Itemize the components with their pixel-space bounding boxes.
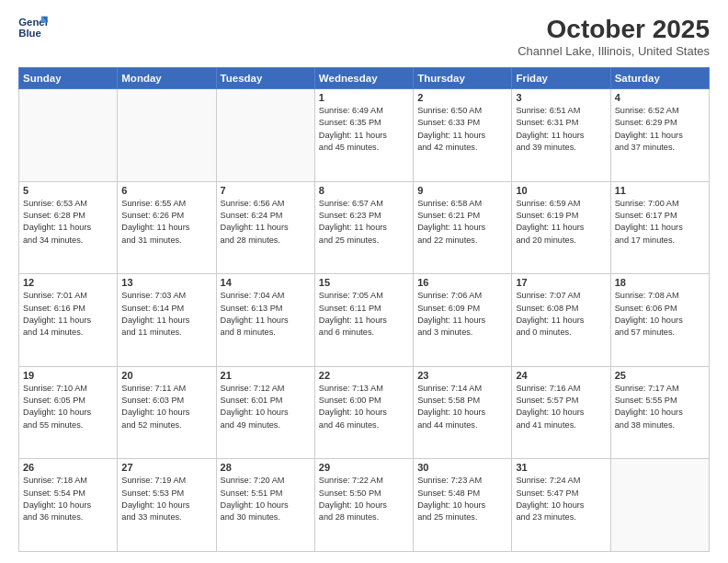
svg-text:Blue: Blue [18, 28, 41, 39]
calendar-cell: 24Sunrise: 7:16 AM Sunset: 5:57 PM Dayli… [512, 366, 610, 459]
calendar-cell: 25Sunrise: 7:17 AM Sunset: 5:55 PM Dayli… [610, 366, 709, 459]
day-info: Sunrise: 7:13 AM Sunset: 6:00 PM Dayligh… [319, 383, 409, 431]
day-number: 19 [23, 370, 113, 381]
logo: General Blue [18, 15, 48, 40]
day-info: Sunrise: 7:06 AM Sunset: 6:09 PM Dayligh… [417, 290, 507, 339]
calendar-cell [19, 89, 118, 182]
day-number: 31 [516, 462, 606, 473]
day-info: Sunrise: 7:01 AM Sunset: 6:16 PM Dayligh… [23, 290, 113, 339]
calendar-table: SundayMondayTuesdayWednesdayThursdayFrid… [18, 67, 710, 552]
calendar-cell: 19Sunrise: 7:10 AM Sunset: 6:05 PM Dayli… [19, 366, 118, 459]
day-info: Sunrise: 6:55 AM Sunset: 6:26 PM Dayligh… [121, 198, 211, 247]
calendar-cell: 14Sunrise: 7:04 AM Sunset: 6:13 PM Dayli… [216, 274, 314, 367]
day-number: 8 [319, 185, 409, 196]
day-info: Sunrise: 7:18 AM Sunset: 5:54 PM Dayligh… [23, 475, 113, 523]
day-info: Sunrise: 7:12 AM Sunset: 6:01 PM Dayligh… [221, 383, 311, 431]
calendar-cell: 18Sunrise: 7:08 AM Sunset: 6:06 PM Dayli… [610, 274, 709, 367]
day-number: 26 [23, 462, 113, 473]
day-number: 6 [121, 185, 211, 196]
day-number: 22 [319, 370, 409, 381]
calendar-cell: 7Sunrise: 6:56 AM Sunset: 6:24 PM Daylig… [216, 181, 314, 274]
calendar-cell: 17Sunrise: 7:07 AM Sunset: 6:08 PM Dayli… [512, 274, 610, 367]
calendar-cell: 10Sunrise: 6:59 AM Sunset: 6:19 PM Dayli… [512, 181, 610, 274]
day-info: Sunrise: 7:05 AM Sunset: 6:11 PM Dayligh… [319, 290, 409, 339]
day-number: 7 [221, 185, 311, 196]
day-number: 15 [319, 277, 409, 288]
calendar-cell [118, 89, 216, 182]
calendar-cell: 16Sunrise: 7:06 AM Sunset: 6:09 PM Dayli… [414, 274, 512, 367]
calendar-cell: 13Sunrise: 7:03 AM Sunset: 6:14 PM Dayli… [118, 274, 216, 367]
calendar-cell: 12Sunrise: 7:01 AM Sunset: 6:16 PM Dayli… [19, 274, 118, 367]
weekday-header-row: SundayMondayTuesdayWednesdayThursdayFrid… [19, 68, 710, 89]
weekday-header-saturday: Saturday [610, 68, 709, 89]
day-number: 23 [417, 370, 507, 381]
day-number: 14 [221, 277, 311, 288]
weekday-header-wednesday: Wednesday [314, 68, 413, 89]
day-info: Sunrise: 7:14 AM Sunset: 5:58 PM Dayligh… [417, 383, 507, 431]
day-info: Sunrise: 6:58 AM Sunset: 6:21 PM Dayligh… [417, 198, 507, 247]
day-number: 10 [516, 185, 606, 196]
day-number: 18 [615, 277, 705, 288]
day-info: Sunrise: 7:22 AM Sunset: 5:50 PM Dayligh… [319, 475, 409, 523]
day-info: Sunrise: 7:24 AM Sunset: 5:47 PM Dayligh… [516, 475, 606, 523]
page: General Blue October 2025 Channel Lake, … [0, 0, 728, 563]
day-info: Sunrise: 7:19 AM Sunset: 5:53 PM Dayligh… [121, 475, 211, 523]
day-info: Sunrise: 7:04 AM Sunset: 6:13 PM Dayligh… [221, 290, 311, 339]
day-number: 17 [516, 277, 606, 288]
calendar-cell: 22Sunrise: 7:13 AM Sunset: 6:00 PM Dayli… [314, 366, 413, 459]
day-info: Sunrise: 7:17 AM Sunset: 5:55 PM Dayligh… [615, 383, 705, 431]
calendar-cell: 2Sunrise: 6:50 AM Sunset: 6:33 PM Daylig… [414, 89, 512, 182]
day-number: 21 [221, 370, 311, 381]
calendar-cell: 3Sunrise: 6:51 AM Sunset: 6:31 PM Daylig… [512, 89, 610, 182]
weekday-header-sunday: Sunday [19, 68, 118, 89]
day-number: 2 [417, 92, 507, 103]
day-info: Sunrise: 7:10 AM Sunset: 6:05 PM Dayligh… [23, 383, 113, 431]
day-info: Sunrise: 7:20 AM Sunset: 5:51 PM Dayligh… [221, 475, 311, 523]
day-info: Sunrise: 7:23 AM Sunset: 5:48 PM Dayligh… [417, 475, 507, 523]
calendar-cell: 21Sunrise: 7:12 AM Sunset: 6:01 PM Dayli… [216, 366, 314, 459]
day-info: Sunrise: 7:11 AM Sunset: 6:03 PM Dayligh… [121, 383, 211, 431]
weekday-header-friday: Friday [512, 68, 610, 89]
calendar-cell: 5Sunrise: 6:53 AM Sunset: 6:28 PM Daylig… [19, 181, 118, 274]
day-info: Sunrise: 7:16 AM Sunset: 5:57 PM Dayligh… [516, 383, 606, 431]
day-number: 12 [23, 277, 113, 288]
day-number: 29 [319, 462, 409, 473]
calendar-cell: 1Sunrise: 6:49 AM Sunset: 6:35 PM Daylig… [314, 89, 413, 182]
day-number: 28 [221, 462, 311, 473]
week-row-1: 1Sunrise: 6:49 AM Sunset: 6:35 PM Daylig… [19, 89, 710, 182]
day-number: 3 [516, 92, 606, 103]
day-number: 5 [23, 185, 113, 196]
weekday-header-thursday: Thursday [414, 68, 512, 89]
month-title: October 2025 [518, 15, 710, 44]
day-info: Sunrise: 6:49 AM Sunset: 6:35 PM Dayligh… [319, 105, 409, 154]
day-info: Sunrise: 7:03 AM Sunset: 6:14 PM Dayligh… [121, 290, 211, 339]
day-number: 25 [615, 370, 705, 381]
day-number: 11 [615, 185, 705, 196]
day-number: 9 [417, 185, 507, 196]
weekday-header-tuesday: Tuesday [216, 68, 314, 89]
day-number: 24 [516, 370, 606, 381]
calendar-cell [610, 459, 709, 552]
day-info: Sunrise: 7:00 AM Sunset: 6:17 PM Dayligh… [615, 198, 705, 247]
day-number: 30 [417, 462, 507, 473]
day-info: Sunrise: 6:53 AM Sunset: 6:28 PM Dayligh… [23, 198, 113, 247]
week-row-2: 5Sunrise: 6:53 AM Sunset: 6:28 PM Daylig… [19, 181, 710, 274]
day-info: Sunrise: 6:56 AM Sunset: 6:24 PM Dayligh… [221, 198, 311, 247]
location: Channel Lake, Illinois, United States [518, 44, 710, 58]
calendar-cell: 30Sunrise: 7:23 AM Sunset: 5:48 PM Dayli… [414, 459, 512, 552]
day-info: Sunrise: 7:08 AM Sunset: 6:06 PM Dayligh… [615, 290, 705, 339]
day-number: 27 [121, 462, 211, 473]
day-number: 16 [417, 277, 507, 288]
calendar-cell: 8Sunrise: 6:57 AM Sunset: 6:23 PM Daylig… [314, 181, 413, 274]
calendar-cell: 27Sunrise: 7:19 AM Sunset: 5:53 PM Dayli… [118, 459, 216, 552]
logo-icon: General Blue [18, 15, 48, 40]
calendar-cell: 26Sunrise: 7:18 AM Sunset: 5:54 PM Dayli… [19, 459, 118, 552]
calendar-cell: 20Sunrise: 7:11 AM Sunset: 6:03 PM Dayli… [118, 366, 216, 459]
header: General Blue October 2025 Channel Lake, … [18, 15, 710, 58]
day-info: Sunrise: 6:50 AM Sunset: 6:33 PM Dayligh… [417, 105, 507, 154]
day-number: 20 [121, 370, 211, 381]
week-row-3: 12Sunrise: 7:01 AM Sunset: 6:16 PM Dayli… [19, 274, 710, 367]
week-row-4: 19Sunrise: 7:10 AM Sunset: 6:05 PM Dayli… [19, 366, 710, 459]
weekday-header-monday: Monday [118, 68, 216, 89]
day-info: Sunrise: 7:07 AM Sunset: 6:08 PM Dayligh… [516, 290, 606, 339]
